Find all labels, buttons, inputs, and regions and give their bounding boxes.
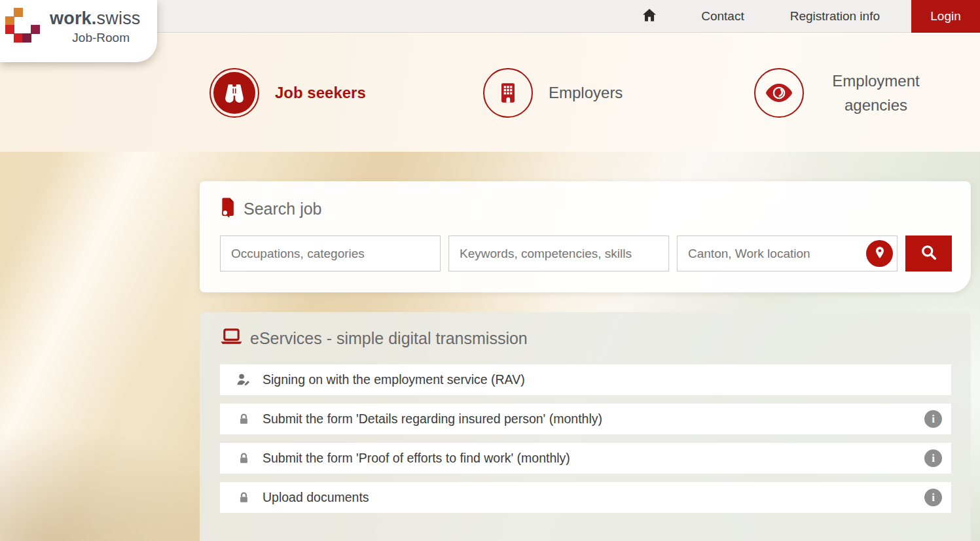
laptop-icon	[220, 328, 243, 349]
list-item-proof-of-efforts-form[interactable]: Submit the form 'Proof of efforts to fin…	[220, 443, 951, 474]
search-fields	[220, 236, 952, 271]
eservices-list: Signing on with the employment service (…	[220, 364, 951, 521]
brand-logo-card[interactable]: work.swiss Job-Room	[0, 0, 157, 62]
tab-employers-label: Employers	[549, 84, 623, 102]
person-edit-icon	[234, 372, 253, 387]
list-item-label: Signing on with the employment service (…	[263, 372, 525, 387]
lock-icon	[234, 491, 253, 505]
eye-icon	[754, 68, 804, 118]
search-job-title: Search job	[244, 200, 322, 218]
list-item-label: Upload documents	[263, 490, 369, 505]
job-seekers-circle	[209, 68, 259, 118]
lock-icon	[234, 451, 253, 466]
list-item-upload-documents[interactable]: Upload documents i	[220, 482, 951, 513]
home-icon	[641, 7, 658, 26]
search-job-panel: Search job	[200, 181, 971, 292]
info-button[interactable]: i	[924, 449, 942, 467]
brand-name: work.swiss	[50, 9, 141, 29]
location-pin-icon	[872, 245, 888, 262]
brand-name-light: swiss	[97, 9, 141, 28]
info-button[interactable]: i	[924, 489, 942, 506]
nav-registration-info[interactable]: Registration info	[790, 9, 880, 24]
logo-square	[22, 33, 31, 43]
top-navigation: Contact Registration info Login	[641, 0, 980, 33]
info-icon: i	[932, 413, 935, 426]
list-item-label: Submit the form 'Proof of efforts to fin…	[263, 451, 570, 466]
brand-name-bold: work.	[50, 9, 97, 28]
location-input[interactable]	[677, 236, 898, 271]
location-field-wrap	[677, 236, 898, 271]
login-label: Login	[930, 9, 961, 24]
lock-icon	[234, 412, 253, 427]
tab-employers[interactable]: Employers	[483, 68, 623, 118]
search-job-header: Search job	[220, 197, 322, 220]
tab-employment-agencies[interactable]: Employment agencies	[754, 68, 932, 118]
location-pin-button[interactable]	[866, 240, 893, 267]
eservices-panel: eServices - simple digital transmission …	[200, 312, 971, 541]
logo-square	[14, 8, 23, 17]
home-link[interactable]	[641, 7, 658, 26]
login-button[interactable]: Login	[911, 0, 980, 33]
info-icon: i	[932, 491, 935, 504]
list-item-signing-on[interactable]: Signing on with the employment service (…	[220, 364, 951, 395]
workswiss-logo-icon	[5, 8, 43, 46]
tab-job-seekers[interactable]: Job seekers	[209, 68, 366, 118]
info-icon: i	[932, 452, 935, 465]
tab-employment-agencies-label: Employment agencies	[820, 69, 932, 117]
logo-square	[5, 16, 14, 26]
occupations-input[interactable]	[220, 236, 441, 271]
building-icon	[483, 68, 533, 118]
nav-contact[interactable]: Contact	[701, 9, 744, 24]
list-item-insured-person-form[interactable]: Submit the form 'Details regarding insur…	[220, 404, 951, 434]
document-search-icon	[220, 197, 236, 220]
info-button[interactable]: i	[924, 410, 942, 428]
keywords-input[interactable]	[448, 236, 669, 271]
logo-square	[31, 25, 40, 34]
magnifier-icon	[919, 243, 939, 264]
logo-square	[14, 33, 23, 43]
search-submit-button[interactable]	[905, 236, 952, 271]
brand-product: Job-Room	[50, 31, 130, 45]
page: Contact Registration info Login work.swi…	[0, 0, 980, 541]
binoculars-icon	[213, 72, 255, 114]
logo-square	[5, 25, 14, 34]
tab-job-seekers-label: Job seekers	[275, 84, 366, 102]
list-item-label: Submit the form 'Details regarding insur…	[263, 411, 602, 427]
eservices-header: eServices - simple digital transmission	[220, 328, 528, 349]
eservices-title: eServices - simple digital transmission	[250, 329, 528, 348]
